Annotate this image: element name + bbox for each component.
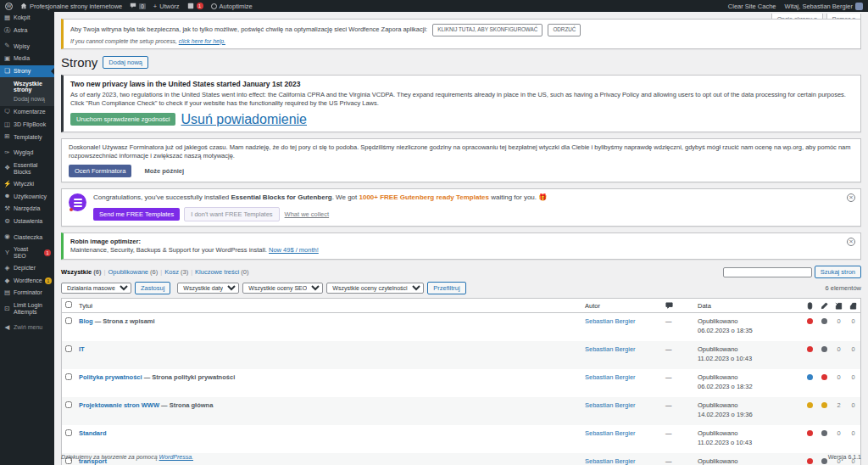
clear-site-cache-menu[interactable]: Clear Site Cache <box>728 3 776 10</box>
sidebar-item-limit-login-attempts[interactable]: ⊡Limit Login Attempts <box>0 300 54 318</box>
wordfence-dismiss-button[interactable]: ODRZUĆ <box>548 24 581 36</box>
sidebar-item-strony[interactable]: ❏Strony <box>0 65 54 78</box>
sidebar-item-templately[interactable]: ⊞Templately <box>0 131 54 143</box>
sidebar-item-forminator[interactable]: ▤Forminator <box>0 287 54 300</box>
sidebar-item-kokpit[interactable]: ▦Kokpit <box>0 12 54 25</box>
autoptimize-menu[interactable]: Autoptimize <box>211 3 253 10</box>
filter-button[interactable]: Przefiltruj <box>427 282 465 294</box>
send-free-templates-button[interactable]: Send me FREE Templates <box>93 208 180 221</box>
wordpress-link[interactable]: WordPressa. <box>159 454 193 460</box>
page-title-link[interactable]: Blog <box>79 317 93 325</box>
run-compliance-check-button[interactable]: Uruchom sprawdzenie zgodności <box>70 113 175 126</box>
sidebar-item-wpisy[interactable]: ✎Wpisy <box>0 40 54 53</box>
sidebar-item-label: Wordfence <box>14 277 42 284</box>
search-pages-button[interactable]: Szukaj stron <box>815 266 861 278</box>
sidebar-item-label: Kokpit <box>14 14 51 21</box>
readability-score-dot-red <box>821 374 827 380</box>
robin-optimizer-notice: ✕ Robin image optimizer: Maintenance, Se… <box>61 232 861 260</box>
pages-icon: ❏ <box>3 68 11 76</box>
author-link[interactable]: Sebastian Bergier <box>585 345 636 353</box>
readability-score-dot-gray <box>821 346 827 352</box>
add-new-page-button[interactable]: Dodaj nową <box>103 56 148 69</box>
sidebar-item-label: Yoast SEO <box>14 246 42 260</box>
media-camera-icon: ▣ <box>3 55 11 63</box>
sidebar-item-media[interactable]: ▣Media <box>0 53 54 65</box>
sidebar-item-ciasteczka[interactable]: ◉Ciasteczka <box>0 231 54 244</box>
column-date[interactable]: Data <box>694 299 803 313</box>
my-account-menu[interactable]: Witaj, Sebastian Bergier <box>785 3 863 10</box>
admin-bar: W Profesjonalne strony internetowe 0 + U… <box>0 0 868 12</box>
wordfence-help-link[interactable]: click here for help. <box>179 38 225 44</box>
decline-templates-button[interactable]: I don't want FREE Templates <box>184 207 279 221</box>
dismiss-icon[interactable]: ✕ <box>847 193 855 202</box>
comments-menu[interactable]: 0 <box>130 3 146 9</box>
menu-badge: 1 <box>44 249 51 256</box>
sidebar-item-3d-flipbook[interactable]: ◫3D FlipBook <box>0 119 54 132</box>
seo-score-dot-red <box>807 430 813 436</box>
date-filter-select[interactable]: Wszystkie daty <box>177 283 239 294</box>
submenu-item-wszystkie-strony[interactable]: Wszystkie strony <box>0 79 54 94</box>
notifications-menu[interactable]: 1 <box>187 3 203 9</box>
plugin-notification-icon <box>187 3 194 9</box>
sidebar-item-label: Wpisy <box>14 43 51 50</box>
rate-forminator-button[interactable]: Oceń Forminatora <box>69 165 131 177</box>
sidebar-item-yoast-seo[interactable]: YYoast SEO1 <box>0 244 54 262</box>
bulk-actions-select[interactable]: Działania masowe <box>61 283 131 294</box>
search-pages-input[interactable] <box>723 267 812 277</box>
sidebar-item-label: Ustawienia <box>14 218 51 225</box>
internal-links-count: 0 <box>832 313 846 342</box>
privacy-dismiss-link[interactable]: Usuń powiadomienie <box>181 112 307 127</box>
author-link[interactable]: Sebastian Bergier <box>585 429 636 437</box>
row-checkbox[interactable] <box>65 373 72 380</box>
maybe-later-button[interactable]: Może później <box>140 165 188 177</box>
sidebar-item-label: 3D FlipBook <box>14 121 51 128</box>
author-link[interactable]: Sebastian Bergier <box>585 373 636 381</box>
column-title[interactable]: Tytuł <box>75 299 581 313</box>
sidebar-item-wyglad[interactable]: ✑Wygląd <box>0 147 54 160</box>
page-title-link[interactable]: Projektowanie stron WWW <box>79 401 159 409</box>
wordfence-shield-icon: ◆ <box>3 277 11 285</box>
wordpress-menu[interactable]: W <box>5 3 13 10</box>
row-checkbox[interactable] <box>65 317 72 324</box>
view-filter-kluczowe-tresci[interactable]: Kluczowe treści (0) <box>195 268 248 276</box>
sidebar-item-komentarze[interactable]: 🗨Komentarze <box>0 106 54 119</box>
eb-text-mid: . We got <box>332 193 359 201</box>
sidebar-item-essential-blocks[interactable]: ❖Essential Blocks <box>0 160 54 178</box>
author-link[interactable]: Sebastian Bergier <box>585 401 636 409</box>
sidebar-item-narzedzia[interactable]: ⚒Narzędzia <box>0 203 54 216</box>
row-checkbox[interactable] <box>65 345 72 352</box>
page-title-link[interactable]: IT <box>79 345 85 353</box>
sidebar-item-uzytkownicy[interactable]: ☻Użytkownicy <box>0 190 54 203</box>
site-name-menu[interactable]: Profesjonalne strony internetowe <box>20 3 122 10</box>
forminator-notice-body: Doskonale! Używasz Forminatora już od ja… <box>69 143 854 160</box>
sidebar-item-zwin-menu[interactable]: ◀Zwiń menu <box>0 322 54 334</box>
internal-links-count: 0 <box>832 425 846 453</box>
wordfence-configure-button[interactable]: KLIKNIJ TUTAJ, ABY SKONFIGUROWAĆ <box>432 24 542 36</box>
sidebar-menu: ▦KokpitⒶAstra✎Wpisy▣Media❏StronyWszystki… <box>0 12 54 465</box>
sidebar-item-wordfence[interactable]: ◆Wordfence1 <box>0 275 54 288</box>
sidebar-item-wtyczki[interactable]: ⚡Wtyczki <box>0 178 54 191</box>
dismiss-icon[interactable]: ✕ <box>847 238 855 246</box>
view-filter-wszystkie[interactable]: Wszystkie (6) <box>61 268 102 276</box>
readability-filter-select[interactable]: Wszystkie oceny czytelności <box>326 283 424 294</box>
apply-button[interactable]: Zastosuj <box>135 282 170 294</box>
sidebar-item-depicter[interactable]: ◈Depicter <box>0 262 54 275</box>
view-filter-kosz[interactable]: Kosz (3) <box>164 268 188 276</box>
row-checkbox[interactable] <box>65 429 72 436</box>
row-checkbox[interactable] <box>65 401 72 408</box>
page-title-link[interactable]: Polityka prywatności <box>79 373 142 381</box>
what-we-collect-link[interactable]: What we collect <box>285 210 330 218</box>
sidebar-item-astra[interactable]: ⒶAstra <box>0 25 54 37</box>
view-filter-opublikowane[interactable]: Opublikowane (6) <box>108 268 158 276</box>
page-title-link[interactable]: Standard <box>79 429 107 437</box>
robin-offer-link[interactable]: Now 49$ / month! <box>269 246 319 254</box>
new-content-menu[interactable]: + Utwórz <box>153 3 180 10</box>
seo-filter-select[interactable]: Wszystkie oceny SEO <box>242 283 323 294</box>
table-row: StandardSebastian Bergier—Opublikowano11… <box>62 425 861 453</box>
select-all-checkbox[interactable] <box>65 301 72 308</box>
submenu-item-dodaj-nowa[interactable]: Dodaj nową <box>0 94 54 104</box>
readability-column-icon <box>821 302 828 310</box>
sidebar-item-ustawienia[interactable]: ⚙Ustawienia <box>0 216 54 228</box>
table-row: Polityka prywatności — Strona polityki p… <box>62 369 861 397</box>
author-link[interactable]: Sebastian Bergier <box>585 317 636 325</box>
